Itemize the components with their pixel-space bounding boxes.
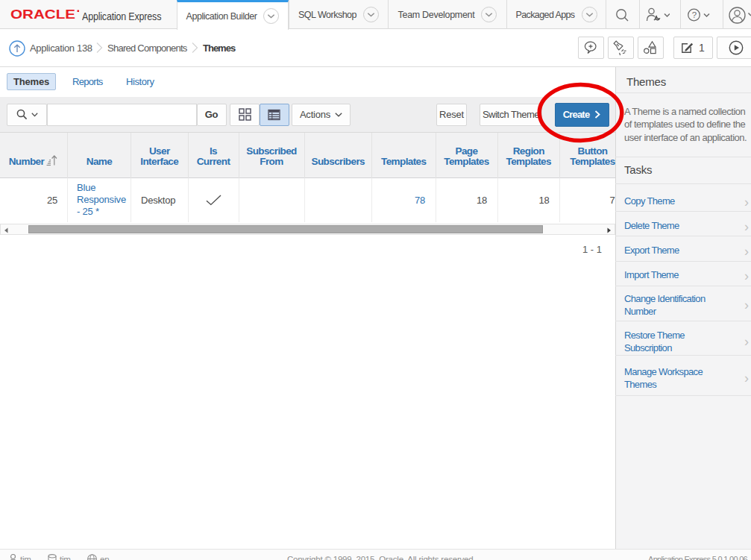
svg-text:?: ? <box>692 10 697 19</box>
svg-text:ORACLE: ORACLE <box>10 10 75 21</box>
